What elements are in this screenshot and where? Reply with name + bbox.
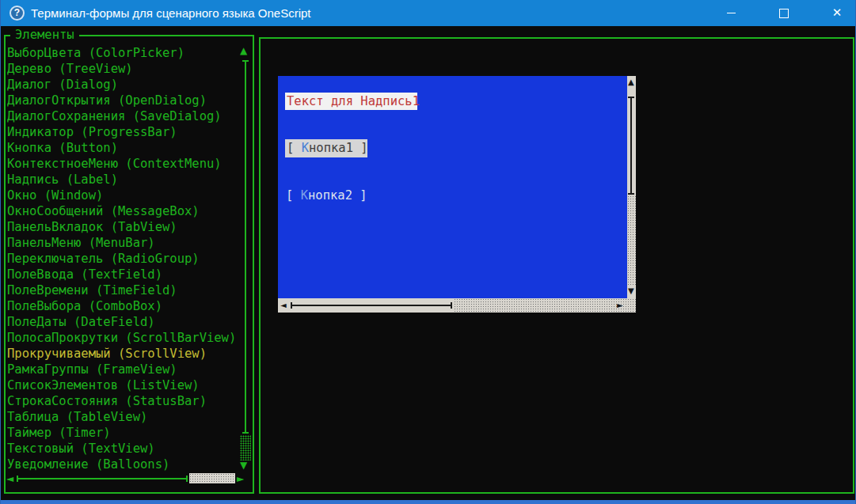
button1-bracket-close: ] bbox=[353, 141, 368, 155]
help-icon: ? bbox=[10, 6, 25, 21]
list-item[interactable]: ПолосаПрокрутки (ScrollBarView) bbox=[7, 330, 235, 346]
elements-frame-title: Элементы bbox=[10, 27, 79, 43]
client-area: Элементы ВыборЦвета (ColorPicker)Дерево … bbox=[1, 26, 855, 500]
scrollbar-thumb-line[interactable] bbox=[17, 478, 187, 479]
list-item[interactable]: ПолеДаты (DateField) bbox=[7, 314, 235, 330]
button2-bracket-close: ] bbox=[352, 188, 367, 203]
list-item[interactable]: СтрокаСостояния (StatusBar) bbox=[7, 393, 235, 409]
scroll-up-icon[interactable]: ▲ bbox=[628, 78, 634, 86]
scroll-right-icon[interactable]: ► bbox=[617, 301, 623, 309]
list-item[interactable]: Надпись (Label) bbox=[7, 172, 235, 188]
button1-hotkey: К bbox=[302, 141, 309, 155]
list-item[interactable]: ДиалогСохранения (SaveDialog) bbox=[7, 108, 235, 124]
scrollview-demo-window: Текст для Надпись1 [ Кнопка1 ] [ Кнопка2… bbox=[278, 76, 636, 313]
minimize-button[interactable] bbox=[713, 0, 749, 26]
button2-bracket-open: [ bbox=[286, 188, 301, 203]
scroll-left-icon[interactable]: ◄ bbox=[280, 301, 287, 309]
list-item[interactable]: Кнопка (Button) bbox=[7, 140, 235, 156]
elements-vertical-scrollbar[interactable]: ▲ ▼ bbox=[239, 46, 252, 471]
button1-bracket-open: [ bbox=[287, 141, 302, 155]
scrollbar-thumb-line[interactable] bbox=[630, 98, 632, 193]
button1[interactable]: [ Кнопка1 ] bbox=[285, 139, 367, 157]
close-icon: ✕ bbox=[832, 7, 843, 19]
scrollbar-track[interactable] bbox=[189, 473, 235, 483]
button2-hotkey: К bbox=[301, 188, 308, 203]
titlebar: ? Терминал-формы для сценарного языка On… bbox=[1, 0, 855, 26]
list-item[interactable]: Уведомление (Balloons) bbox=[7, 457, 235, 472]
list-item[interactable]: ОкноСообщений (MessageBox) bbox=[7, 203, 235, 219]
app-window: ? Терминал-формы для сценарного языка On… bbox=[0, 0, 856, 504]
list-item[interactable]: Дерево (TreeView) bbox=[7, 61, 235, 77]
list-item[interactable]: КонтекстноеМеню (ContextMenu) bbox=[7, 156, 235, 172]
scrollbar-thumb-line[interactable] bbox=[245, 62, 246, 432]
list-item[interactable]: Текстовый (TextView) bbox=[7, 441, 235, 457]
maximize-button[interactable] bbox=[766, 0, 802, 26]
elements-list[interactable]: ВыборЦвета (ColorPicker)Дерево (TreeView… bbox=[7, 45, 235, 472]
window-title: Терминал-формы для сценарного языка OneS… bbox=[31, 6, 311, 20]
scrollbar-track[interactable] bbox=[240, 435, 251, 460]
scroll-left-icon[interactable]: ◄ bbox=[6, 474, 13, 483]
demo-horizontal-scrollbar[interactable]: ◄ ► bbox=[278, 298, 636, 313]
button2-text: нопка2 bbox=[308, 188, 352, 203]
scrollbar-track[interactable] bbox=[454, 298, 636, 313]
minimize-icon bbox=[727, 13, 736, 13]
demo-vertical-scrollbar[interactable]: ▲ ▼ bbox=[627, 76, 636, 298]
list-item[interactable]: ПолеВвода (TextField) bbox=[7, 267, 235, 282]
list-item[interactable]: Окно (Window) bbox=[7, 188, 235, 203]
list-item[interactable]: ПолеВремени (TimeField) bbox=[7, 282, 235, 298]
list-item[interactable]: СписокЭлементов (ListView) bbox=[7, 377, 235, 393]
list-item[interactable]: Таблица (TableView) bbox=[7, 409, 235, 425]
list-item[interactable]: ПолеВыбора (ComboBox) bbox=[7, 298, 235, 314]
window-bottom-accent bbox=[1, 500, 855, 504]
list-item[interactable]: ПанельМеню (MenuBar) bbox=[7, 235, 235, 251]
list-item[interactable]: ПанельВкладок (TabView) bbox=[7, 219, 235, 235]
list-item[interactable]: Переключатель (RadioGroup) bbox=[7, 251, 235, 267]
elements-panel: Элементы ВыборЦвета (ColorPicker)Дерево … bbox=[4, 35, 254, 494]
list-item[interactable]: Таймер (Timer) bbox=[7, 425, 235, 441]
button2[interactable]: [ Кнопка2 ] bbox=[286, 188, 367, 203]
scrollbar-thumb-line[interactable] bbox=[291, 305, 451, 306]
scroll-right-icon[interactable]: ► bbox=[237, 474, 244, 483]
preview-panel: Текст для Надпись1 [ Кнопка1 ] [ Кнопка2… bbox=[259, 37, 854, 494]
maximize-icon bbox=[779, 9, 789, 18]
list-item[interactable]: ДиалогОткрытия (OpenDialog) bbox=[7, 93, 235, 108]
list-item[interactable]: Диалог (Dialog) bbox=[7, 77, 235, 93]
list-item[interactable]: Индикатор (ProgressBar) bbox=[7, 124, 235, 140]
list-item[interactable]: ВыборЦвета (ColorPicker) bbox=[7, 45, 235, 61]
scroll-down-icon[interactable]: ▼ bbox=[240, 460, 247, 470]
button1-text: нопка1 bbox=[309, 141, 353, 155]
close-button[interactable]: ✕ bbox=[819, 0, 855, 26]
scroll-down-icon[interactable]: ▼ bbox=[628, 287, 634, 295]
list-item[interactable]: РамкаГруппы (FrameView) bbox=[7, 362, 235, 377]
label1: Текст для Надпись1 bbox=[285, 93, 417, 110]
elements-horizontal-scrollbar[interactable]: ◄ ► bbox=[6, 472, 246, 485]
scrollbar-track[interactable] bbox=[627, 195, 636, 285]
scroll-up-icon[interactable]: ▲ bbox=[240, 46, 247, 55]
list-item[interactable]: Прокручиваемый (ScrollView) bbox=[7, 346, 235, 362]
